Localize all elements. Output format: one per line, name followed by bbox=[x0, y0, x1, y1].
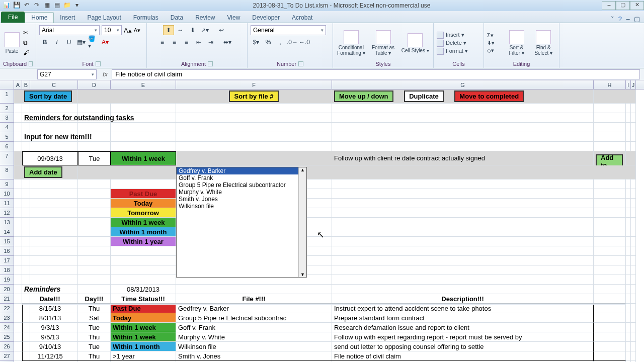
task-date[interactable]: 9/10/13 bbox=[22, 342, 78, 351]
cell[interactable] bbox=[631, 227, 636, 237]
border-button[interactable]: ▦▾ bbox=[75, 37, 87, 47]
cell[interactable] bbox=[78, 104, 111, 113]
cell[interactable] bbox=[30, 199, 78, 208]
cell[interactable] bbox=[332, 199, 594, 208]
cell[interactable] bbox=[78, 237, 111, 246]
scroll-down-icon[interactable]: ▼ bbox=[300, 272, 305, 277]
cell[interactable] bbox=[594, 313, 626, 323]
cell[interactable] bbox=[626, 342, 631, 351]
cell[interactable] bbox=[332, 227, 594, 237]
cell[interactable] bbox=[626, 246, 631, 256]
cell[interactable] bbox=[626, 237, 631, 246]
delete-cells-button[interactable]: Delete ▾ bbox=[437, 40, 468, 47]
row-header[interactable]: 4 bbox=[0, 123, 14, 132]
cell[interactable] bbox=[594, 218, 626, 227]
cell[interactable] bbox=[594, 208, 626, 218]
cell[interactable] bbox=[594, 332, 626, 342]
close-button[interactable]: ✕ bbox=[630, 1, 644, 10]
cell[interactable] bbox=[631, 199, 636, 208]
task-desc[interactable]: Prepare standard form contract bbox=[332, 313, 594, 323]
cell[interactable] bbox=[78, 142, 111, 151]
row-header[interactable]: 6 bbox=[0, 142, 14, 151]
cell[interactable] bbox=[22, 275, 30, 285]
align-top-button[interactable]: ⬆ bbox=[163, 25, 174, 35]
cell[interactable] bbox=[14, 256, 22, 265]
cell[interactable] bbox=[332, 132, 594, 142]
cell[interactable] bbox=[78, 246, 111, 256]
cell[interactable] bbox=[14, 285, 22, 294]
task-desc[interactable]: Follow up with expert regarding report -… bbox=[332, 332, 594, 342]
cell[interactable] bbox=[78, 199, 111, 208]
cell[interactable] bbox=[14, 123, 22, 132]
cell[interactable] bbox=[631, 294, 636, 304]
cell[interactable] bbox=[22, 246, 30, 256]
cell[interactable] bbox=[22, 218, 30, 227]
row1-buttons[interactable]: Move up / down Duplicate Move to complet… bbox=[332, 89, 594, 104]
cell[interactable] bbox=[626, 189, 631, 199]
cell[interactable] bbox=[22, 265, 30, 275]
cell[interactable] bbox=[14, 351, 22, 361]
find-select-button[interactable]: Find & Select ▾ bbox=[531, 30, 556, 56]
cell[interactable] bbox=[626, 265, 631, 275]
orientation-button[interactable]: ↗▾ bbox=[199, 25, 210, 35]
cell[interactable] bbox=[14, 113, 22, 123]
row-header[interactable]: 14 bbox=[0, 227, 14, 237]
minimize-ribbon-icon[interactable]: ˅ bbox=[611, 15, 614, 23]
cell[interactable] bbox=[631, 285, 636, 294]
sort-by-file-button[interactable]: Sort by file # bbox=[176, 89, 332, 104]
cell[interactable] bbox=[594, 265, 626, 275]
folder-icon[interactable]: 📁 bbox=[62, 2, 71, 10]
file-tab[interactable]: File bbox=[1, 12, 25, 23]
cell[interactable] bbox=[631, 332, 636, 342]
cell[interactable] bbox=[594, 246, 626, 256]
cell[interactable] bbox=[594, 142, 626, 151]
bold-button[interactable]: B bbox=[39, 37, 50, 47]
row-header[interactable]: 24 bbox=[0, 323, 14, 332]
cell[interactable] bbox=[111, 179, 176, 189]
cell[interactable] bbox=[176, 132, 332, 142]
cell[interactable] bbox=[30, 246, 78, 256]
name-box[interactable]: G27▾ bbox=[37, 69, 97, 79]
format-painter-icon[interactable]: 🖌 bbox=[23, 49, 33, 58]
dropdown-option[interactable]: Murphy v. White bbox=[177, 189, 306, 196]
task-status[interactable]: Past Due bbox=[111, 304, 176, 313]
dropdown-scrollbar[interactable]: ▲▼ bbox=[298, 167, 306, 277]
inc-indent-button[interactable]: ⇥ bbox=[205, 37, 216, 47]
cell[interactable] bbox=[30, 227, 78, 237]
cell[interactable] bbox=[626, 256, 631, 265]
cell[interactable] bbox=[111, 246, 176, 256]
cell[interactable] bbox=[631, 113, 636, 123]
task-status[interactable]: Within 1 month bbox=[111, 342, 176, 351]
cell[interactable] bbox=[594, 123, 626, 132]
redo-icon[interactable]: ↷ bbox=[32, 2, 41, 10]
insert-cells-button[interactable]: Insert ▾ bbox=[437, 32, 468, 39]
add-date-button[interactable]: Add date bbox=[22, 165, 78, 179]
row-header[interactable]: 27 bbox=[0, 351, 14, 361]
task-day[interactable]: Tue bbox=[78, 342, 111, 351]
worksheet-grid[interactable]: ABCDEFGHIJ 12345678910111213141516171819… bbox=[0, 80, 644, 362]
cell[interactable] bbox=[332, 189, 594, 199]
cell[interactable] bbox=[30, 179, 78, 189]
cell[interactable] bbox=[78, 218, 111, 227]
task-date[interactable]: 8/31/13 bbox=[22, 313, 78, 323]
cell[interactable] bbox=[626, 218, 631, 227]
col-header[interactable]: E bbox=[111, 80, 176, 89]
tab-formulas[interactable]: Formulas bbox=[127, 13, 165, 23]
cell[interactable] bbox=[22, 227, 30, 237]
cell[interactable] bbox=[626, 208, 631, 218]
cell[interactable] bbox=[14, 218, 22, 227]
cell[interactable] bbox=[30, 275, 78, 285]
sort-by-date-button[interactable]: Sort by date bbox=[22, 89, 78, 104]
task-date[interactable]: 9/3/13 bbox=[22, 323, 78, 332]
italic-button[interactable]: I bbox=[51, 37, 62, 47]
cell[interactable] bbox=[14, 132, 22, 142]
cell[interactable] bbox=[631, 208, 636, 218]
col-header[interactable]: I bbox=[626, 80, 631, 89]
cell[interactable] bbox=[78, 227, 111, 237]
cell[interactable] bbox=[78, 179, 111, 189]
cell[interactable] bbox=[594, 179, 626, 189]
cell[interactable] bbox=[631, 246, 636, 256]
task-day[interactable]: Thu bbox=[78, 304, 111, 313]
cell[interactable] bbox=[626, 323, 631, 332]
qat-dd-icon[interactable]: ▾ bbox=[72, 2, 82, 10]
